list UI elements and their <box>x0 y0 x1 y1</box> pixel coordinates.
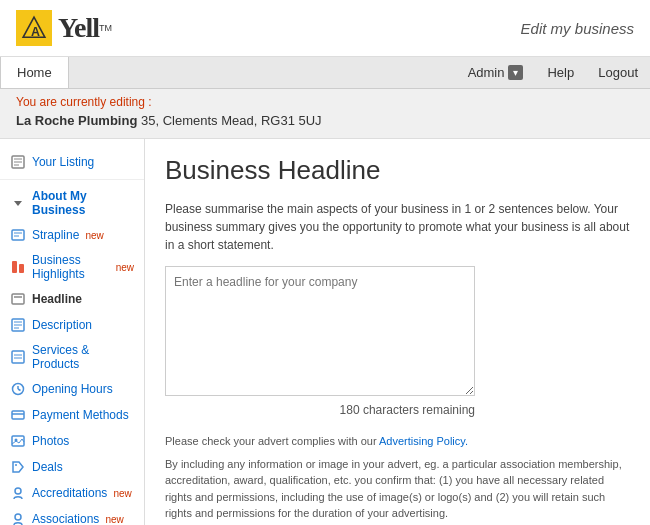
svg-rect-9 <box>12 261 17 273</box>
svg-rect-11 <box>12 294 24 304</box>
hours-icon <box>10 381 26 397</box>
svg-text:A: A <box>31 25 40 39</box>
description-label: Description <box>32 318 92 332</box>
sidebar-item-your-listing[interactable]: Your Listing <box>0 149 144 175</box>
logo-icon: A <box>16 10 52 46</box>
accreditations-badge: new <box>113 488 131 499</box>
navbar: Home Admin ▾ Help Logout <box>0 57 650 89</box>
sidebar-item-hours[interactable]: Opening Hours <box>0 376 144 402</box>
logo-text: Yell <box>58 12 99 44</box>
sidebar-item-headline[interactable]: Headline <box>0 286 144 312</box>
headline-textarea[interactable] <box>165 266 475 396</box>
deals-label: Deals <box>32 460 63 474</box>
chevron-down-icon <box>10 195 26 211</box>
associations-badge: new <box>105 514 123 525</box>
sidebar-listing-label: Your Listing <box>32 155 94 169</box>
associations-label: Associations <box>32 512 99 525</box>
svg-rect-25 <box>12 436 24 446</box>
svg-point-29 <box>15 514 21 520</box>
nav-logout[interactable]: Logout <box>586 57 650 88</box>
payment-icon <box>10 407 26 423</box>
sidebar-divider-1 <box>0 179 144 180</box>
strapline-icon <box>10 227 26 243</box>
page-title: Business Headline <box>165 155 630 186</box>
nav-home[interactable]: Home <box>0 57 69 88</box>
business-name: La Roche Plumbing 35, Clements Mead, RG3… <box>16 113 634 128</box>
policy-body: By including any information or image in… <box>165 456 630 522</box>
main-layout: Your Listing About My Business Strapline… <box>0 139 650 525</box>
deals-icon <box>10 459 26 475</box>
headline-label: Headline <box>32 292 82 306</box>
payment-label: Payment Methods <box>32 408 129 422</box>
editing-bar: You are currently editing : La Roche Plu… <box>0 89 650 139</box>
services-label: Services & Products <box>32 343 134 371</box>
header: A YellTM Edit my business <box>0 0 650 57</box>
accreditations-label: Accreditations <box>32 486 107 500</box>
svg-rect-10 <box>19 264 24 273</box>
navbar-right: Admin ▾ Help Logout <box>456 57 650 88</box>
edit-my-business-label: Edit my business <box>521 20 634 37</box>
nav-admin[interactable]: Admin ▾ <box>456 57 536 88</box>
sidebar-item-description[interactable]: Description <box>0 312 144 338</box>
logo-tm: TM <box>99 23 112 33</box>
sidebar-item-strapline[interactable]: Strapline new <box>0 222 144 248</box>
strapline-label: Strapline <box>32 228 79 242</box>
navbar-left: Home <box>0 57 69 88</box>
hours-label: Opening Hours <box>32 382 113 396</box>
listing-icon <box>10 154 26 170</box>
headline-icon <box>10 291 26 307</box>
content-area: Business Headline Please summarise the m… <box>145 139 650 525</box>
highlights-icon <box>10 259 26 275</box>
intro-text: Please summarise the main aspects of you… <box>165 200 630 254</box>
chars-remaining: 180 characters remaining <box>165 403 475 417</box>
sidebar-item-highlights[interactable]: Business Highlights new <box>0 248 144 286</box>
sidebar: Your Listing About My Business Strapline… <box>0 139 145 525</box>
sidebar-item-deals[interactable]: Deals <box>0 454 144 480</box>
strapline-badge: new <box>85 230 103 241</box>
accreditations-icon <box>10 485 26 501</box>
policy-link[interactable]: Advertising Policy. <box>379 435 468 447</box>
svg-point-28 <box>15 488 21 494</box>
sidebar-item-accreditations[interactable]: Accreditations new <box>0 480 144 506</box>
policy-section: Please check your advert complies with o… <box>165 433 630 450</box>
associations-icon <box>10 511 26 525</box>
photos-icon <box>10 433 26 449</box>
highlights-badge: new <box>116 262 134 273</box>
sidebar-about-label: About My Business <box>32 189 134 217</box>
logo-area: A YellTM <box>16 10 112 46</box>
sidebar-item-photos[interactable]: Photos <box>0 428 144 454</box>
description-icon <box>10 317 26 333</box>
sidebar-about-section[interactable]: About My Business <box>0 184 144 222</box>
photos-label: Photos <box>32 434 69 448</box>
sidebar-item-services[interactable]: Services & Products <box>0 338 144 376</box>
svg-rect-6 <box>12 230 24 240</box>
policy-line-text: Please check your advert complies with o… <box>165 435 379 447</box>
sidebar-item-associations[interactable]: Associations new <box>0 506 144 525</box>
highlights-label: Business Highlights <box>32 253 110 281</box>
svg-rect-23 <box>12 411 24 419</box>
sidebar-item-payment[interactable]: Payment Methods <box>0 402 144 428</box>
svg-rect-17 <box>12 351 24 363</box>
svg-point-27 <box>15 464 17 466</box>
admin-dropdown-arrow: ▾ <box>508 65 523 80</box>
nav-help[interactable]: Help <box>535 57 586 88</box>
editing-label: You are currently editing : <box>16 95 634 109</box>
svg-line-22 <box>18 389 21 391</box>
services-icon <box>10 349 26 365</box>
